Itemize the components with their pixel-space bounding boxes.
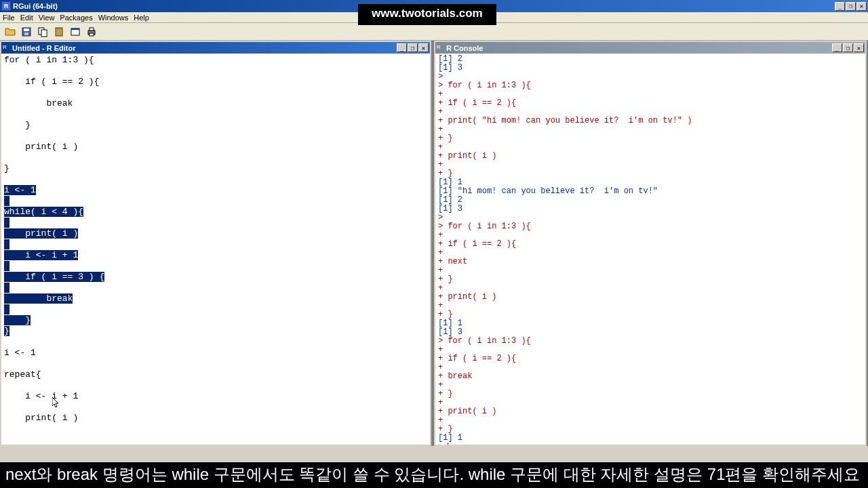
console-line[interactable]: + — [438, 416, 863, 425]
editor-line[interactable]: if ( i == 3 ) { — [4, 272, 427, 283]
console-line[interactable]: + — [438, 143, 863, 152]
open-icon[interactable] — [3, 24, 18, 39]
svg-rect-11 — [90, 33, 94, 36]
editor-line[interactable] — [4, 424, 427, 434]
console-line[interactable]: > for ( i in 1:3 ){ — [438, 337, 863, 346]
print-icon[interactable] — [84, 24, 99, 39]
editor-line[interactable] — [4, 66, 427, 77]
console-line[interactable]: + — [438, 302, 863, 310]
console-line[interactable]: + break — [438, 372, 863, 381]
console-line[interactable]: + — [438, 249, 863, 258]
console-line[interactable]: + — [438, 125, 863, 134]
editor-line[interactable] — [4, 402, 427, 413]
copy-icon[interactable] — [35, 24, 50, 39]
editor-close-button[interactable]: ✕ — [418, 43, 429, 52]
mdi-area: R Untitled - R Editor _ ❐ ✕ for ( i in 1… — [0, 41, 868, 446]
console-line[interactable]: + } — [438, 275, 863, 284]
console-line[interactable]: + next — [438, 258, 863, 266]
console-line[interactable]: + } — [438, 169, 863, 178]
editor-line[interactable]: print( i ) — [4, 228, 427, 239]
window-controls: _ ❐ ✕ — [835, 2, 867, 11]
console-line[interactable]: + print( i ) — [438, 407, 863, 416]
console-line[interactable]: + — [438, 284, 863, 293]
console-line[interactable]: [1] 1 — [438, 434, 863, 443]
console-close-button[interactable]: ✕ — [854, 43, 864, 52]
editor-titlebar[interactable]: R Untitled - R Editor _ ❐ ✕ — [1, 42, 430, 54]
editor-line[interactable] — [4, 174, 427, 185]
editor-line[interactable] — [4, 283, 427, 293]
editor-line[interactable]: i <- i + 1 — [4, 250, 427, 261]
editor-line[interactable] — [4, 261, 427, 272]
console-line[interactable]: [1] 3 — [438, 205, 863, 214]
editor-line[interactable]: print( i ) — [4, 142, 427, 152]
console-line[interactable]: + if ( i == 2 ){ — [438, 99, 863, 108]
maximize-button[interactable]: ❐ — [846, 2, 856, 11]
save-icon[interactable] — [19, 24, 34, 39]
console-icon[interactable] — [68, 24, 83, 39]
editor-line[interactable] — [4, 239, 427, 250]
console-line[interactable]: + } — [438, 310, 863, 319]
editor-line[interactable]: i <- i + 1 — [4, 391, 427, 402]
console-line[interactable]: > for ( i in 1:3 ){ — [438, 222, 863, 231]
console-line[interactable]: [1] "hi mom! can you believe it? i'm on … — [438, 187, 863, 196]
console-content[interactable]: [1] 2[1] 3> > for ( i in 1:3 ){+ + if ( … — [435, 54, 865, 445]
editor-line[interactable]: print( i ) — [4, 413, 427, 424]
editor-line[interactable]: for ( i in 1:3 ){ — [4, 55, 427, 66]
console-line[interactable]: + print( "hi mom! can you believe it? i'… — [438, 117, 863, 125]
editor-line[interactable] — [4, 109, 427, 120]
console-line[interactable]: + if ( i == 2 ){ — [438, 240, 863, 249]
editor-line[interactable]: while( i < 4 ){ — [4, 207, 427, 218]
console-line[interactable]: + print( i ) — [438, 293, 863, 302]
console-line[interactable]: + if ( i == 2 ){ — [438, 354, 863, 363]
editor-minimize-button[interactable]: _ — [397, 43, 407, 52]
editor-line[interactable]: } — [4, 315, 427, 326]
paste-icon[interactable] — [52, 24, 66, 39]
editor-line[interactable] — [4, 218, 427, 228]
editor-line[interactable] — [4, 337, 427, 348]
editor-line[interactable] — [4, 380, 427, 391]
editor-line[interactable] — [4, 131, 427, 142]
menu-file[interactable]: File — [3, 14, 15, 22]
editor-line[interactable]: } — [4, 326, 427, 337]
console-line[interactable]: + } — [438, 425, 863, 434]
console-line[interactable]: [1] 2 — [438, 196, 863, 205]
menu-windows[interactable]: Windows — [98, 14, 129, 22]
editor-line[interactable]: i <- 1 — [4, 348, 427, 359]
console-line[interactable]: + — [438, 399, 863, 407]
editor-line[interactable]: repeat{ — [4, 369, 427, 380]
editor-line[interactable] — [4, 152, 427, 163]
minimize-button[interactable]: _ — [835, 2, 845, 11]
console-line[interactable]: + — [438, 266, 863, 275]
menu-help[interactable]: Help — [134, 14, 149, 22]
editor-line[interactable]: i <- 1 — [4, 185, 427, 196]
editor-line[interactable]: break — [4, 293, 427, 304]
editor-line[interactable] — [4, 87, 427, 98]
editor-line[interactable]: } — [4, 163, 427, 174]
console-line[interactable]: [1] 3 — [438, 64, 863, 73]
editor-line[interactable]: break — [4, 98, 427, 109]
menu-edit[interactable]: Edit — [20, 14, 33, 22]
editor-line[interactable] — [4, 304, 427, 315]
console-line[interactable]: + } — [438, 134, 863, 143]
console-line[interactable]: + — [438, 161, 863, 169]
console-line[interactable]: + — [438, 381, 863, 390]
editor-maximize-button[interactable]: ❐ — [408, 43, 418, 52]
console-minimize-button[interactable]: _ — [832, 43, 842, 52]
console-line[interactable]: > — [438, 443, 863, 445]
console-line[interactable]: + — [438, 363, 863, 372]
console-line[interactable]: + print( i ) — [438, 152, 863, 161]
console-line[interactable]: [1] 2 — [438, 55, 863, 64]
close-button[interactable]: ✕ — [856, 2, 867, 11]
console-line[interactable]: + } — [438, 390, 863, 399]
menu-view[interactable]: View — [39, 14, 55, 22]
editor-line[interactable] — [4, 359, 427, 369]
console-maximize-button[interactable]: ❐ — [843, 43, 853, 52]
editor-line[interactable] — [4, 196, 427, 207]
editor-line[interactable]: } — [4, 120, 427, 131]
console-titlebar[interactable]: R R Console _ ❐ ✕ — [435, 42, 865, 54]
console-line[interactable]: [1] 1 — [438, 319, 863, 328]
editor-line[interactable]: if ( i == 2 ){ — [4, 77, 427, 87]
console-line[interactable]: > for ( i in 1:3 ){ — [438, 81, 863, 90]
menu-packages[interactable]: Packages — [60, 14, 92, 22]
editor-content[interactable]: for ( i in 1:3 ){ if ( i == 2 ){ break }… — [1, 54, 430, 445]
